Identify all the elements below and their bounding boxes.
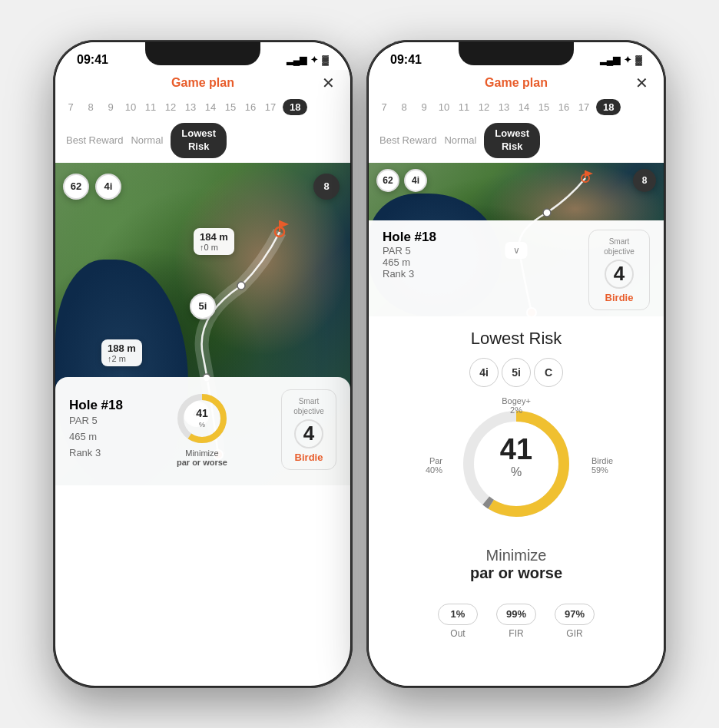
wifi-icon-r: ✦ bbox=[624, 55, 631, 65]
distance-label-1: 184 m ↑0 m bbox=[194, 228, 234, 255]
smart-obj-birdie-left: Birdie bbox=[291, 452, 326, 463]
smart-objective-right: Smartobjective 4 Birdie bbox=[588, 230, 650, 310]
birdie-label: Birdie 59% bbox=[591, 456, 613, 475]
phone-right: 09:41 ▂▄▆ ✦ ▓ Game plan ✕ 7 8 9 10 11 12 bbox=[366, 40, 666, 688]
donut-section: Bogey+ 2% Par 40% Birdie 59% bbox=[369, 396, 664, 541]
svg-text:41: 41 bbox=[196, 407, 208, 419]
stat-gir: 97% GIR bbox=[555, 604, 595, 639]
stats-row: 1% Out 99% FIR 97% GIR bbox=[369, 597, 664, 657]
donut-label-left: Minimize par or worse bbox=[177, 448, 227, 467]
r-strategy-best-reward[interactable]: Best Reward bbox=[379, 134, 436, 146]
hole-tab-7[interactable]: 7 bbox=[63, 101, 78, 113]
smart-objective-left: Smartobjective 4 Birdie bbox=[281, 389, 336, 470]
strategy-lowest-risk-left[interactable]: LowestRisk bbox=[171, 123, 227, 158]
hole-tab-16[interactable]: 16 bbox=[243, 101, 258, 113]
r-club-62: 62 bbox=[376, 169, 399, 192]
bottom-panel-left: Hole #18 PAR 5 465 m Rank 3 41 % bbox=[55, 377, 350, 485]
hole-tab-15[interactable]: 15 bbox=[223, 101, 238, 113]
strategy-tabs-right: Best Reward Normal LowestRisk bbox=[369, 118, 664, 163]
hole-tab-18-active[interactable]: 18 bbox=[283, 99, 307, 115]
stat-gir-value: 97% bbox=[555, 604, 595, 625]
hole-tab-17[interactable]: 17 bbox=[263, 101, 278, 113]
smart-obj-number-left: 4 bbox=[294, 419, 323, 448]
donut-chart-svg: 41 % bbox=[455, 402, 578, 525]
r-strategy-lowest-risk[interactable]: LowestRisk bbox=[484, 123, 540, 158]
r-hole-tab-16[interactable]: 16 bbox=[556, 101, 572, 113]
status-icons-right: ▂▄▆ ✦ ▓ bbox=[600, 55, 642, 65]
par-label: Par 40% bbox=[426, 456, 442, 475]
hole-tab-11[interactable]: 11 bbox=[143, 101, 158, 113]
time-right: 09:41 bbox=[390, 53, 422, 67]
minimize-text: Minimize par or worse bbox=[384, 547, 648, 582]
r-hole-tab-11[interactable]: 11 bbox=[456, 101, 472, 113]
r-club-pill-c: C bbox=[534, 358, 563, 387]
hole-tab-12[interactable]: 12 bbox=[163, 101, 178, 113]
svg-text:41: 41 bbox=[500, 433, 532, 465]
app-header-right: Game plan ✕ bbox=[369, 70, 664, 96]
svg-text:%: % bbox=[511, 465, 522, 478]
game-plan-title-left: Game plan bbox=[171, 76, 234, 90]
hole-tabs-right: 7 8 9 10 11 12 13 14 15 16 17 18 bbox=[369, 96, 664, 118]
detail-scroll[interactable]: Lowest Risk 4i 5i C Bogey+ 2% bbox=[369, 316, 664, 686]
stat-out-label: Out bbox=[450, 628, 465, 639]
hole-detail-info: Hole #18 PAR 5 465 m Rank 3 bbox=[383, 230, 436, 280]
r-club-pill-5i: 5i bbox=[502, 358, 531, 387]
hole-tab-13[interactable]: 13 bbox=[183, 101, 198, 113]
r-hole-tab-15[interactable]: 15 bbox=[536, 101, 552, 113]
strategy-best-reward-left[interactable]: Best Reward bbox=[66, 134, 123, 146]
r-strategy-normal[interactable]: Normal bbox=[444, 134, 476, 146]
r-smart-obj-title: Smartobjective bbox=[598, 237, 640, 256]
r-hole-tab-10[interactable]: 10 bbox=[436, 101, 452, 113]
r-hole-tab-9[interactable]: 9 bbox=[416, 101, 432, 113]
signal-icon-r: ▂▄▆ bbox=[600, 55, 621, 65]
r-club-8: 8 bbox=[633, 169, 656, 192]
battery-icon-r: ▓ bbox=[635, 55, 642, 65]
stat-fir-value: 99% bbox=[496, 604, 536, 625]
r-smart-obj-birdie: Birdie bbox=[598, 292, 640, 303]
svg-marker-5 bbox=[280, 220, 289, 228]
r-hole-rank: Rank 3 bbox=[383, 268, 436, 280]
strategy-normal-left[interactable]: Normal bbox=[131, 134, 163, 146]
smart-obj-title-left: Smartobjective bbox=[291, 396, 326, 416]
close-button-left[interactable]: ✕ bbox=[322, 74, 335, 92]
stat-out-value: 1% bbox=[438, 604, 478, 625]
hole-tab-14[interactable]: 14 bbox=[203, 101, 218, 113]
svg-point-12 bbox=[543, 209, 551, 217]
close-button-right[interactable]: ✕ bbox=[635, 74, 648, 92]
hole-tab-9[interactable]: 9 bbox=[103, 101, 118, 113]
status-icons-left: ▂▄▆ ✦ ▓ bbox=[287, 55, 329, 65]
r-hole-tab-12[interactable]: 12 bbox=[476, 101, 492, 113]
clubs-row-right: 4i 5i C bbox=[369, 355, 664, 396]
r-hole-tab-7[interactable]: 7 bbox=[376, 101, 392, 113]
r-hole-tab-14[interactable]: 14 bbox=[516, 101, 532, 113]
r-hole-tab-8[interactable]: 8 bbox=[396, 101, 412, 113]
strategy-title-right: Lowest Risk bbox=[369, 316, 664, 355]
stat-out: 1% Out bbox=[438, 604, 478, 639]
phone-left: 09:41 ▂▄▆ ✦ ▓ Game plan ✕ 7 8 9 10 11 12 bbox=[53, 40, 353, 688]
club-marker-4i-top: 4i bbox=[95, 174, 121, 200]
r-hole-tab-13[interactable]: 13 bbox=[496, 101, 512, 113]
r-hole-tab-18-active[interactable]: 18 bbox=[596, 99, 621, 115]
stat-fir: 99% FIR bbox=[496, 604, 536, 639]
r-hole-tab-17[interactable]: 17 bbox=[576, 101, 591, 113]
hole-tab-8[interactable]: 8 bbox=[83, 101, 98, 113]
hole-distance-left: 465 m bbox=[69, 429, 123, 445]
notch-left bbox=[145, 42, 260, 65]
chevron-down[interactable]: ∨ bbox=[505, 242, 528, 259]
distance-label-2: 188 m ↑2 m bbox=[101, 339, 142, 366]
hole-name-left: Hole #18 bbox=[69, 398, 123, 413]
notch-right bbox=[459, 42, 574, 65]
club-marker-8: 8 bbox=[313, 174, 340, 200]
map-area-left[interactable]: 184 m ↑0 m 188 m ↑2 m 62 4i 8 5i 4i bbox=[55, 163, 350, 485]
hole-rank-left: Rank 3 bbox=[69, 445, 123, 462]
hole-tab-10[interactable]: 10 bbox=[123, 101, 138, 113]
mini-donut-svg: 41 % bbox=[175, 392, 229, 445]
strategy-tabs-left: Best Reward Normal LowestRisk bbox=[55, 118, 350, 163]
r-club-pill-4i: 4i bbox=[469, 358, 499, 387]
hole-par-left: PAR 5 bbox=[69, 413, 123, 429]
r-hole-par: PAR 5 bbox=[383, 245, 436, 256]
r-hole-name: Hole #18 bbox=[383, 230, 436, 245]
mini-donut-left: 41 % Minimize par or worse bbox=[132, 392, 272, 467]
minimize-section: Minimize par or worse bbox=[369, 541, 664, 597]
svg-point-2 bbox=[237, 282, 245, 290]
